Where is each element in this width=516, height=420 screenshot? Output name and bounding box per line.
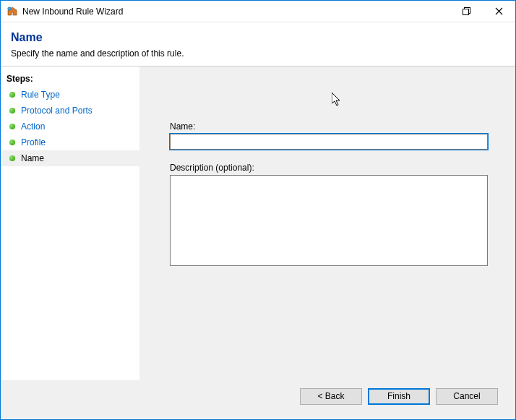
step-link[interactable]: Action (21, 121, 45, 132)
titlebar: New Inbound Rule Wizard (1, 1, 515, 22)
finish-button[interactable]: Finish (368, 388, 430, 405)
wizard-footer: < Back Finish Cancel (1, 380, 515, 419)
page-title: Name (11, 31, 505, 44)
step-name: Name (1, 150, 139, 166)
name-input[interactable] (170, 134, 488, 150)
step-bullet-icon (9, 92, 15, 98)
step-protocol-and-ports[interactable]: Protocol and Ports (1, 103, 139, 119)
step-bullet-icon (9, 155, 15, 161)
firewall-wizard-icon (7, 6, 18, 17)
svg-point-0 (8, 7, 12, 10)
wizard-main-panel: Name: Description (optional): (139, 67, 515, 380)
step-link[interactable]: Profile (21, 137, 46, 147)
steps-sidebar: Steps: Rule Type Protocol and Ports Acti… (1, 67, 139, 380)
step-rule-type[interactable]: Rule Type (1, 87, 139, 103)
step-action[interactable]: Action (1, 119, 139, 134)
step-label: Name (21, 153, 44, 163)
name-label: Name: (170, 121, 495, 132)
restore-button[interactable] (450, 1, 483, 22)
svg-rect-2 (463, 9, 468, 14)
close-button[interactable] (483, 1, 515, 22)
mouse-cursor-icon (332, 93, 343, 108)
back-button[interactable]: < Back (300, 388, 362, 405)
step-link[interactable]: Rule Type (21, 90, 60, 100)
description-input[interactable] (170, 175, 488, 266)
page-subtitle: Specify the name and description of this… (11, 48, 505, 59)
step-bullet-icon (9, 108, 15, 113)
step-profile[interactable]: Profile (1, 134, 139, 150)
steps-header: Steps: (1, 72, 139, 87)
step-link[interactable]: Protocol and Ports (21, 106, 93, 116)
description-label: Description (optional): (170, 163, 495, 173)
cancel-button[interactable]: Cancel (436, 388, 498, 405)
step-bullet-icon (9, 140, 15, 145)
window-title: New Inbound Rule Wizard (22, 7, 123, 17)
wizard-header: Name Specify the name and description of… (1, 22, 515, 66)
step-bullet-icon (9, 124, 15, 129)
